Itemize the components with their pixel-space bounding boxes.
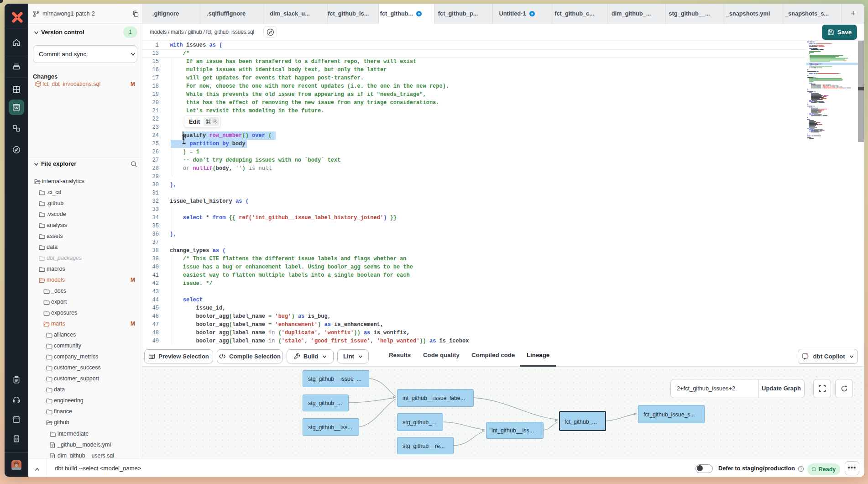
svg-text:?: ?: [800, 466, 802, 471]
